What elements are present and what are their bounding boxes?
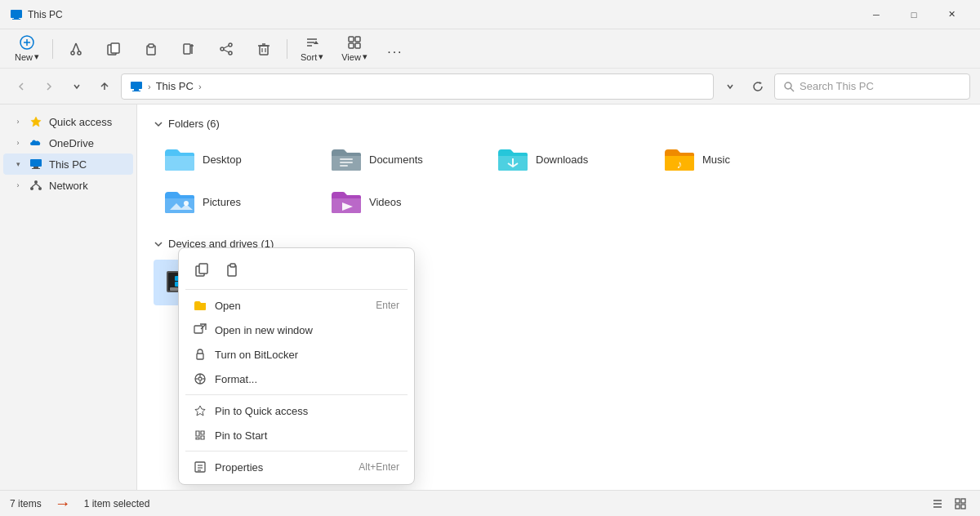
cut-button[interactable] xyxy=(58,38,94,60)
grid-view-button[interactable] xyxy=(951,494,970,514)
ctx-open-new-window[interactable]: Open in new window xyxy=(184,318,409,342)
folder-open-icon xyxy=(194,299,207,312)
svg-rect-41 xyxy=(33,167,38,168)
svg-rect-83 xyxy=(956,499,960,503)
sidebar-item-network[interactable]: › Network xyxy=(3,175,133,196)
svg-rect-35 xyxy=(134,89,139,91)
folder-item-pictures[interactable]: Pictures xyxy=(154,182,317,221)
copy-icon xyxy=(194,262,209,277)
ctx-properties[interactable]: Properties Alt+Enter xyxy=(184,455,409,479)
sidebar-item-onedrive[interactable]: › OneDrive xyxy=(3,132,133,153)
expand-icon: › xyxy=(13,117,23,127)
svg-line-46 xyxy=(32,184,36,187)
content-area: Folders (6) Desktop xyxy=(137,105,980,490)
folder-item-music[interactable]: ♪ Music xyxy=(653,140,817,179)
new-window-icon xyxy=(194,323,207,336)
rename-button[interactable] xyxy=(171,38,207,60)
sort-button[interactable]: Sort ▾ xyxy=(292,32,332,65)
star-icon xyxy=(29,115,42,128)
ctx-pin-start[interactable]: Pin to Start xyxy=(184,423,409,447)
ctx-copy-button[interactable] xyxy=(187,256,216,282)
share-icon xyxy=(219,42,234,56)
svg-rect-86 xyxy=(961,505,965,509)
ctx-open[interactable]: Open Enter xyxy=(184,293,409,318)
svg-line-6 xyxy=(73,43,76,51)
view-button[interactable]: View ▾ xyxy=(333,32,376,65)
network-icon xyxy=(29,179,42,192)
svg-point-17 xyxy=(229,43,232,47)
refresh-button[interactable] xyxy=(746,75,769,98)
expand-icon: › xyxy=(13,180,23,190)
copy-button[interactable] xyxy=(96,38,131,60)
folder-item-downloads[interactable]: Downloads xyxy=(487,140,650,179)
new-button[interactable]: New ▾ xyxy=(7,32,47,65)
this-pc-icon xyxy=(130,80,143,93)
delete-button[interactable] xyxy=(246,38,282,60)
folders-section-header[interactable]: Folders (6) xyxy=(154,118,964,130)
svg-point-8 xyxy=(71,51,74,55)
minimize-button[interactable]: ─ xyxy=(858,0,895,29)
refresh-icon xyxy=(752,81,764,92)
up-button[interactable] xyxy=(93,75,116,98)
svg-point-52 xyxy=(184,201,189,206)
ctx-bitlocker[interactable]: Turn on BitLocker xyxy=(184,342,409,367)
folder-item-documents[interactable]: Documents xyxy=(320,140,483,179)
folder-item-desktop[interactable]: Desktop xyxy=(154,140,317,179)
sidebar-item-this-pc[interactable]: ▾ This PC xyxy=(3,153,133,175)
chevron-down-icon xyxy=(726,82,734,91)
sidebar-item-quick-access[interactable]: › Quick access xyxy=(3,111,133,132)
lock-icon xyxy=(194,348,207,361)
expand-icon: ▾ xyxy=(13,159,23,169)
status-left: 7 items → 1 item selected xyxy=(10,494,149,513)
paste-button[interactable] xyxy=(133,38,169,60)
share-button[interactable] xyxy=(208,38,244,60)
svg-marker-75 xyxy=(195,406,205,416)
new-icon xyxy=(20,35,34,50)
ctx-format[interactable]: Format... xyxy=(184,367,409,391)
svg-rect-34 xyxy=(131,82,142,89)
ctx-paste-button[interactable] xyxy=(218,256,247,282)
ctx-separator-2 xyxy=(185,394,408,395)
recent-button[interactable] xyxy=(65,75,88,98)
dropdown-button[interactable] xyxy=(719,75,742,98)
svg-rect-42 xyxy=(32,168,40,169)
svg-line-21 xyxy=(224,50,229,52)
paste-icon xyxy=(144,42,158,56)
svg-rect-63 xyxy=(199,264,207,274)
ctx-separator-3 xyxy=(185,451,408,452)
svg-rect-13 xyxy=(149,44,154,47)
title-bar-controls: ─ □ ✕ xyxy=(858,0,970,29)
folder-icon-desktop xyxy=(163,145,196,174)
svg-rect-11 xyxy=(111,43,119,53)
window-title: This PC xyxy=(28,9,63,20)
list-view-icon xyxy=(932,498,943,509)
svg-point-9 xyxy=(78,51,81,55)
paste-icon xyxy=(225,262,240,277)
maximize-button[interactable]: □ xyxy=(895,0,933,29)
status-right xyxy=(928,494,970,514)
folder-item-videos[interactable]: Videos xyxy=(320,182,483,221)
arrow-icon: → xyxy=(55,494,71,513)
svg-point-45 xyxy=(38,187,42,190)
svg-rect-36 xyxy=(132,91,140,91)
pin-icon xyxy=(194,404,207,417)
forward-button[interactable] xyxy=(38,75,60,98)
search-box[interactable]: Search This PC xyxy=(774,73,970,100)
close-button[interactable]: ✕ xyxy=(933,0,970,29)
sort-icon xyxy=(305,35,319,50)
ctx-pin-quick-access[interactable]: Pin to Quick access xyxy=(184,398,409,423)
address-path[interactable]: › This PC › xyxy=(121,73,714,100)
list-view-button[interactable] xyxy=(928,494,947,514)
forward-icon xyxy=(44,82,54,91)
svg-rect-50 xyxy=(340,165,348,167)
back-button[interactable] xyxy=(10,75,33,98)
pin-start-icon xyxy=(194,429,207,442)
search-placeholder: Search This PC xyxy=(800,80,874,92)
selected-info: 1 item selected xyxy=(84,498,150,509)
more-button[interactable]: ... xyxy=(377,38,413,60)
svg-text:♪: ♪ xyxy=(677,158,683,171)
svg-marker-39 xyxy=(31,117,41,127)
svg-point-18 xyxy=(220,47,224,51)
svg-rect-33 xyxy=(355,43,360,48)
view-icon xyxy=(347,35,362,50)
